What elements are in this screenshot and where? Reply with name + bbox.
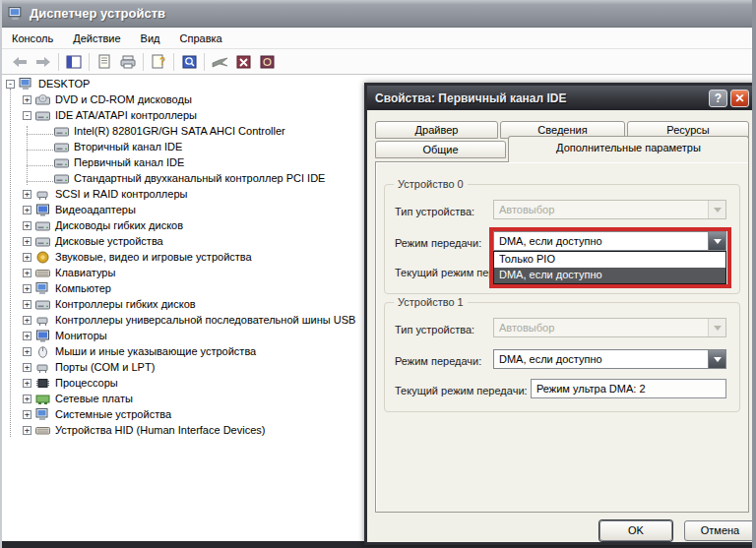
dialog-help-button[interactable]: ?	[709, 90, 727, 107]
device-manager-icon	[8, 7, 24, 21]
show-hide-console-tree-icon[interactable]	[62, 51, 86, 73]
expand-icon[interactable]: +	[23, 95, 32, 104]
usb-controller-icon	[35, 314, 50, 327]
tree-item-processors[interactable]: +Процессоры	[2, 375, 364, 391]
tree-item-ide[interactable]: -IDE ATA/ATAPI контроллеры	[2, 107, 364, 123]
properties-icon[interactable]	[93, 51, 116, 73]
device1-type-label: Тип устройства:	[395, 324, 474, 335]
expand-icon[interactable]: +	[23, 269, 32, 277]
uninstall-icon[interactable]	[231, 51, 255, 73]
port-icon	[35, 361, 50, 374]
tree-item-floppy-controllers[interactable]: +Контроллеры гибких дисков	[2, 296, 364, 312]
mouse-icon	[35, 345, 50, 358]
tree-item-scsi[interactable]: +SCSI и RAID контроллеры	[2, 186, 364, 202]
back-icon[interactable]	[8, 51, 32, 73]
tree-item-primary-ide[interactable]: Первичный канал IDE	[2, 154, 364, 170]
device-tree: -DESKTOP +DVD и CD-ROM дисководы -IDE AT…	[2, 76, 364, 541]
update-driver-icon[interactable]	[177, 51, 201, 73]
floppy-drive-icon	[35, 219, 50, 232]
device-manager-window: Диспетчер устройств Консоль Действие Вид…	[0, 0, 756, 548]
scan-for-hardware-changes-icon[interactable]	[255, 51, 279, 73]
tree-item-computer[interactable]: +Компьютер	[2, 280, 364, 296]
tree-item-video[interactable]: +Видеоадаптеры	[2, 202, 364, 217]
print-icon[interactable]	[116, 51, 140, 73]
dropdown-option-dma[interactable]: DMA, если доступно	[494, 268, 725, 283]
toolbar: ?	[2, 49, 752, 75]
dialog-titlebar[interactable]: Свойства: Первичный канал IDE ? ✕	[367, 86, 753, 110]
device0-type-combobox: Автовыбор	[493, 200, 726, 219]
chevron-down-icon[interactable]	[708, 232, 725, 250]
menu-view[interactable]: Вид	[131, 30, 170, 47]
expand-icon[interactable]: +	[23, 300, 32, 309]
chevron-down-icon[interactable]	[708, 350, 725, 368]
expand-icon[interactable]: +	[23, 221, 32, 230]
cancel-button[interactable]: Отмена	[684, 520, 756, 541]
tree-item-floppy-drives[interactable]: +Дисководы гибких дисков	[2, 217, 364, 233]
tab-advanced-settings[interactable]: Дополнительные параметры	[508, 136, 749, 162]
expand-icon[interactable]: +	[23, 363, 32, 372]
svg-text:?: ?	[159, 56, 165, 67]
expand-icon[interactable]: +	[23, 395, 32, 403]
help-icon[interactable]: ?	[147, 51, 170, 73]
device1-current-mode-value: Режим ультра DMA: 2	[531, 379, 726, 398]
collapse-icon[interactable]: -	[23, 111, 32, 120]
chevron-down-icon	[708, 319, 725, 336]
expand-icon[interactable]: +	[23, 332, 32, 340]
expand-icon[interactable]: +	[23, 316, 32, 325]
collapse-icon[interactable]: -	[6, 80, 15, 89]
dropdown-option-pio[interactable]: Только PIO	[494, 252, 725, 268]
tree-item-ports[interactable]: +Порты (COM и LPT)	[2, 359, 364, 375]
tree-item-disk-devices[interactable]: +Дисковые устройства	[2, 233, 364, 249]
window-titlebar[interactable]: Диспетчер устройств	[2, 0, 752, 28]
tree-item-sata-ahci[interactable]: Intel(R) 82801GR/GH SATA AHCI Controller	[2, 123, 364, 139]
device0-legend: Устройство 0	[394, 178, 468, 190]
expand-icon[interactable]: +	[23, 426, 32, 435]
tab-driver[interactable]: Драйвер	[375, 121, 498, 139]
expand-icon[interactable]: +	[23, 410, 32, 419]
hid-device-icon	[35, 424, 50, 437]
tab-general[interactable]: Общие	[375, 141, 506, 158]
tree-item-dvd[interactable]: +DVD и CD-ROM дисководы	[2, 91, 364, 107]
tree-item-pci-ide[interactable]: Стандартный двухканальный контроллер PCI…	[2, 170, 364, 186]
tree-item-system-devices[interactable]: +Системные устройства	[2, 406, 364, 422]
window-title: Диспетчер устройств	[30, 6, 165, 21]
tree-item-mice[interactable]: +Мыши и иные указывающие устройства	[2, 343, 364, 359]
dialog-close-button[interactable]: ✕	[730, 90, 749, 107]
tree-item-secondary-ide[interactable]: Вторичный канал IDE	[2, 139, 364, 154]
expand-icon[interactable]: +	[23, 284, 32, 293]
expand-icon[interactable]: +	[23, 190, 32, 199]
expand-icon[interactable]: +	[23, 347, 32, 356]
device1-legend: Устройство 1	[394, 296, 468, 308]
ide-controller-icon	[54, 125, 69, 138]
menu-help[interactable]: Справка	[170, 30, 232, 47]
tree-item-monitors[interactable]: +Мониторы	[2, 328, 364, 343]
cpu-icon	[35, 377, 50, 390]
audio-device-icon	[35, 251, 50, 264]
device1-type-combobox: Автовыбор	[493, 318, 726, 337]
disable-icon[interactable]	[208, 51, 231, 73]
ok-button[interactable]: OK	[599, 520, 672, 541]
expand-icon[interactable]: +	[23, 206, 32, 214]
system-device-icon	[35, 408, 50, 421]
tree-item-desktop[interactable]: -DESKTOP	[2, 76, 364, 91]
menu-konsol[interactable]: Консоль	[2, 30, 63, 47]
device0-mode-label: Режим передачи:	[395, 237, 481, 249]
menu-action[interactable]: Действие	[63, 30, 130, 47]
floppy-controller-icon	[35, 298, 50, 311]
tree-item-network[interactable]: +Сетевые платы	[2, 391, 364, 406]
tree-item-hid[interactable]: +Устройства HID (Human Interface Devices…	[2, 422, 364, 438]
ide-controller-icon	[54, 156, 69, 169]
chevron-down-icon	[708, 201, 725, 218]
forward-icon[interactable]	[32, 51, 55, 73]
expand-icon[interactable]: +	[23, 237, 32, 246]
expand-icon[interactable]: +	[23, 379, 32, 388]
device1-mode-combobox[interactable]: DMA, если доступно	[493, 349, 726, 369]
computer-icon	[19, 78, 33, 91]
tree-item-keyboards[interactable]: +Клавиатуры	[2, 265, 364, 280]
tree-item-sound[interactable]: +Звуковые, видео и игровые устройства	[2, 249, 364, 265]
tree-item-usb[interactable]: +Контроллеры универсальной последователь…	[2, 312, 364, 328]
keyboard-icon	[35, 267, 50, 279]
device0-type-label: Тип устройства:	[395, 206, 474, 217]
expand-icon[interactable]: +	[23, 253, 32, 262]
device0-mode-combobox[interactable]: DMA, если доступно	[493, 231, 726, 251]
